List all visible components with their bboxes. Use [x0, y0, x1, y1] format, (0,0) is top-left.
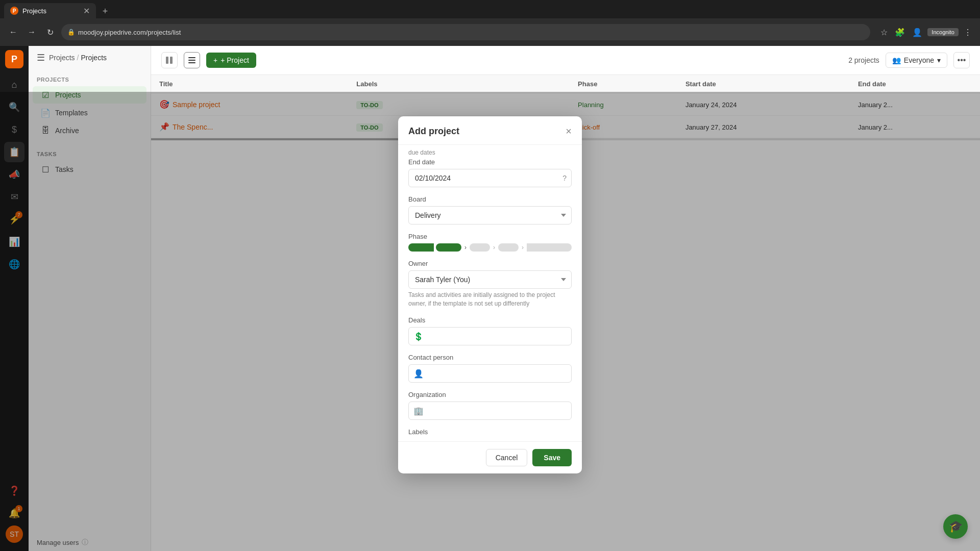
refresh-button[interactable]: ↻ [43, 25, 57, 39]
col-labels: Labels [348, 75, 456, 93]
svg-rect-4 [188, 62, 195, 63]
breadcrumb-parent[interactable]: Projects [49, 54, 75, 62]
browser-tabs: P Projects ✕ + [0, 0, 980, 18]
add-icon: + [213, 56, 217, 64]
dialog-header: Add project × [398, 116, 582, 145]
add-project-label: + Project [220, 56, 249, 64]
owner-hint-text: Tasks and activities are initially assig… [408, 291, 572, 308]
contact-input-wrapper: 👤 [408, 364, 572, 383]
deals-icon: 💲 [413, 331, 424, 341]
projects-count: 2 projects [848, 56, 879, 64]
end-date-input[interactable] [408, 169, 572, 187]
projects-section-label: PROJECTS [29, 73, 151, 86]
labels-label: Labels [408, 428, 572, 436]
phase-label: Phase [408, 233, 572, 240]
incognito-badge: Incognito [927, 28, 959, 36]
dialog-body: due dates End date ? Board Delivery [398, 145, 582, 441]
phase-bar[interactable]: › › › [408, 243, 572, 252]
svg-rect-2 [188, 57, 195, 58]
contact-icon: 👤 [413, 368, 424, 378]
col-phase: Phase [570, 75, 677, 93]
app-container: P ⌂ 🔍 $ 📋 📣 ✉ ⚡ 7 📊 🌐 ❓ 🔔 1 ST ☰ Pr [0, 46, 980, 551]
url-text: moodjoy.pipedrive.com/projects/list [78, 29, 181, 36]
filter-everyone-button[interactable]: 👥 Everyone ▾ [886, 53, 947, 68]
active-tab[interactable]: P Projects ✕ [4, 3, 96, 18]
phase-seg-2[interactable] [436, 243, 461, 252]
owner-label: Owner [408, 260, 572, 267]
org-group: Organization 🏢 [408, 391, 572, 420]
save-button[interactable]: Save [532, 449, 572, 466]
profile-icon[interactable]: 👤 [910, 26, 924, 39]
dialog-title: Add project [408, 126, 459, 137]
add-project-button[interactable]: + + Project [206, 53, 256, 68]
browser-more-icon[interactable]: ⋮ [962, 26, 974, 39]
contact-label: Contact person [408, 354, 572, 361]
end-date-group: End date ? [408, 158, 572, 187]
address-bar[interactable]: 🔒 moodjoy.pipedrive.com/projects/list [61, 24, 870, 40]
sidebar-header: ☰ Projects / Projects [29, 46, 151, 69]
chevron-down-icon: ▾ [937, 56, 941, 64]
org-input[interactable] [408, 402, 572, 420]
phase-seg-5[interactable] [527, 243, 572, 252]
board-group: Board Delivery [408, 195, 572, 224]
browser-actions: ☆ 🧩 👤 Incognito ⋮ [878, 26, 974, 39]
kanban-view-button[interactable] [161, 52, 178, 68]
deals-label: Deals [408, 316, 572, 324]
modal-overlay[interactable]: Add project × due dates End date ? Board [0, 92, 980, 551]
tab-close-button[interactable]: ✕ [83, 6, 90, 16]
bookmark-star-icon[interactable]: ☆ [878, 26, 890, 39]
deals-group: Deals 💲 [408, 316, 572, 345]
owner-select[interactable]: Sarah Tyler (You) [408, 270, 572, 289]
filter-icon: 👥 [892, 56, 901, 64]
phase-group: Phase › › › [408, 233, 572, 252]
board-label: Board [408, 195, 572, 203]
breadcrumb-separator: / [77, 54, 79, 62]
contact-input[interactable] [408, 364, 572, 383]
col-start-date: Start date [677, 75, 850, 93]
chat-icon: 🎓 [949, 520, 963, 533]
more-options-button[interactable]: ••• [953, 52, 970, 68]
deals-input-wrapper: 💲 [408, 327, 572, 345]
phase-seg-1[interactable] [408, 243, 434, 252]
svg-rect-0 [166, 57, 168, 64]
tab-favicon: P [10, 7, 18, 15]
end-date-help-icon[interactable]: ? [562, 174, 567, 182]
phase-seg-4[interactable] [498, 243, 519, 252]
end-date-label: End date [408, 158, 572, 166]
org-label: Organization [408, 391, 572, 398]
owner-group: Owner Sarah Tyler (You) Tasks and activi… [408, 260, 572, 308]
lock-icon: 🔒 [67, 29, 75, 36]
board-select[interactable]: Delivery [408, 206, 572, 224]
breadcrumb: Projects / Projects [49, 54, 107, 62]
deals-input[interactable] [408, 327, 572, 345]
cancel-button[interactable]: Cancel [486, 449, 528, 466]
forward-button[interactable]: → [24, 25, 39, 39]
svg-rect-1 [170, 57, 173, 64]
app-logo[interactable]: P [5, 50, 23, 68]
col-empty [457, 75, 570, 93]
table-header: Title Labels Phase Start date End date [151, 75, 980, 93]
col-title: Title [151, 75, 348, 93]
phase-seg-3[interactable] [470, 243, 490, 252]
due-dates-hint: due dates [408, 145, 572, 158]
list-view-button[interactable] [184, 52, 200, 68]
browser-chrome: P Projects ✕ + ← → ↻ 🔒 moodjoy.pipedrive… [0, 0, 980, 46]
dialog-footer: Cancel Save [398, 441, 582, 473]
filter-label: Everyone [904, 56, 934, 64]
extensions-icon[interactable]: 🧩 [893, 26, 907, 39]
chat-support-button[interactable]: 🎓 [943, 514, 968, 539]
add-project-dialog: Add project × due dates End date ? Board [398, 116, 582, 473]
svg-rect-3 [188, 60, 195, 61]
main-header: + + Project 2 projects 👥 Everyone ▾ ••• [151, 46, 980, 75]
contact-group: Contact person 👤 [408, 354, 572, 383]
org-icon: 🏢 [413, 406, 424, 415]
dialog-close-button[interactable]: × [566, 126, 572, 137]
back-button[interactable]: ← [6, 25, 20, 39]
sidebar-toggle-button[interactable]: ☰ [37, 52, 45, 63]
labels-group: Labels [408, 428, 572, 436]
col-end-date: End date [850, 75, 980, 93]
breadcrumb-current: Projects [81, 54, 107, 62]
new-tab-button[interactable]: + [98, 4, 112, 18]
org-input-wrapper: 🏢 [408, 402, 572, 420]
browser-toolbar: ← → ↻ 🔒 moodjoy.pipedrive.com/projects/l… [0, 18, 980, 46]
